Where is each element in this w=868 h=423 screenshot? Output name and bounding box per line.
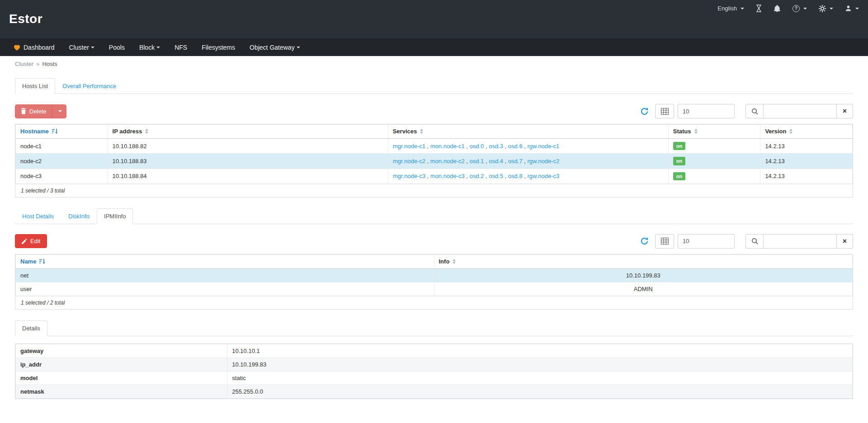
language-selector[interactable]: English — [717, 5, 744, 12]
services-separator: , — [503, 158, 508, 164]
tab-host-details[interactable]: Host Details — [15, 208, 61, 224]
user-menu[interactable] — [845, 5, 859, 12]
ipmi-row-user[interactable]: userADMIN — [16, 282, 853, 296]
service-link-mgr.node-c3[interactable]: mgr.node-c3 — [393, 173, 425, 179]
service-link-osd.0[interactable]: osd.0 — [470, 143, 484, 150]
sort-active-icon — [52, 128, 57, 135]
nav-item-filesystems[interactable]: Filesystems — [194, 38, 242, 56]
column-header-info[interactable]: Info — [434, 254, 853, 268]
service-link-osd.2[interactable]: osd.2 — [470, 173, 484, 179]
version-cell: 14.2.13 — [760, 154, 853, 169]
nav-item-pools[interactable]: Pools — [102, 38, 132, 56]
refresh-button[interactable] — [640, 237, 649, 245]
services-separator: , — [425, 173, 430, 179]
tab-overall-performance[interactable]: Overall Performance — [55, 78, 123, 94]
edit-button-label: Edit — [30, 238, 40, 244]
column-toggle-button[interactable] — [655, 234, 674, 249]
service-link-osd.4[interactable]: osd.4 — [489, 158, 503, 164]
delete-button-label: Delete — [29, 108, 47, 115]
column-header-hostname[interactable]: Hostname — [16, 125, 108, 139]
page-size-input[interactable] — [678, 234, 735, 249]
tab-details[interactable]: Details — [15, 320, 47, 336]
delete-dropdown-toggle[interactable] — [52, 105, 66, 118]
services-separator: , — [503, 173, 508, 179]
hosts-table: HostnameIP addressServicesStatusVersion … — [15, 124, 853, 197]
search-input[interactable] — [764, 234, 837, 249]
column-toggle-button[interactable] — [655, 104, 674, 118]
service-link-mgr.node-c2[interactable]: mgr.node-c2 — [393, 158, 425, 164]
service-link-rgw.node-c1[interactable]: rgw.node-c1 — [528, 143, 560, 150]
clear-search-button[interactable]: × — [837, 104, 853, 118]
sort-icon — [453, 258, 456, 265]
clear-search-button[interactable]: × — [837, 234, 853, 249]
service-link-mon.node-c3[interactable]: mon.node-c3 — [430, 173, 465, 179]
column-label: Name — [20, 258, 36, 265]
search-group: × — [745, 104, 853, 118]
search-input[interactable] — [764, 104, 837, 118]
service-link-osd.8[interactable]: osd.8 — [508, 173, 523, 179]
main-nav: DashboardClusterPoolsBlockNFSFilesystems… — [0, 38, 868, 56]
nav-item-object-gateway[interactable]: Object Gateway — [242, 38, 307, 56]
service-link-osd.3[interactable]: osd.3 — [489, 143, 503, 150]
caret-down-icon — [855, 8, 859, 9]
service-link-mgr.node-c1[interactable]: mgr.node-c1 — [393, 143, 425, 150]
column-header-status[interactable]: Status — [668, 125, 760, 139]
page-size-input[interactable] — [678, 104, 735, 118]
column-header-version[interactable]: Version — [760, 125, 853, 139]
column-label: Info — [439, 258, 450, 265]
breadcrumb-parent[interactable]: Cluster — [15, 61, 33, 67]
service-link-osd.1[interactable]: osd.1 — [470, 158, 484, 164]
brand-logo[interactable]: Estor — [9, 12, 42, 26]
host-row-node-c3[interactable]: node-c310.10.188.84mgr.node-c3 , mon.nod… — [16, 169, 853, 183]
tasks-button[interactable] — [756, 5, 762, 12]
refresh-button[interactable] — [640, 107, 649, 116]
service-link-mon.node-c1[interactable]: mon.node-c1 — [430, 143, 465, 150]
host-row-node-c2[interactable]: node-c210.10.188.83mgr.node-c2 , mon.nod… — [16, 154, 853, 169]
services-cell: mgr.node-c1 , mon.node-c1 , osd.0 , osd.… — [388, 139, 668, 154]
column-header-name[interactable]: Name — [16, 254, 434, 268]
user-icon — [845, 5, 852, 12]
caret-down-icon — [58, 110, 62, 112]
info-cell: 10.10.199.83 — [434, 269, 853, 282]
tab-hosts-list[interactable]: Hosts List — [15, 78, 55, 94]
notifications-button[interactable] — [774, 5, 781, 12]
nav-item-dashboard[interactable]: Dashboard — [6, 38, 62, 56]
column-header-ip-address[interactable]: IP address — [108, 125, 388, 139]
nav-item-nfs[interactable]: NFS — [167, 38, 194, 56]
caret-down-icon — [830, 8, 833, 9]
caret-down-icon — [741, 8, 744, 9]
service-link-osd.5[interactable]: osd.5 — [489, 173, 503, 179]
page: Estor English ? — [0, 0, 868, 399]
service-link-mon.node-c2[interactable]: mon.node-c2 — [430, 158, 465, 164]
service-link-rgw.node-c2[interactable]: rgw.node-c2 — [528, 158, 560, 164]
main-tabs: Hosts ListOverall Performance — [15, 78, 853, 94]
detail-value: 10.10.199.83 — [227, 358, 853, 371]
service-link-osd.7[interactable]: osd.7 — [508, 158, 523, 164]
host-row-node-c1[interactable]: node-c110.10.188.82mgr.node-c1 , mon.nod… — [16, 139, 853, 154]
delete-button[interactable]: Delete — [15, 104, 66, 118]
ipmi-table-controls: × — [640, 234, 853, 249]
service-link-rgw.node-c3[interactable]: rgw.node-c3 — [528, 173, 560, 179]
version-cell: 14.2.13 — [760, 169, 853, 183]
settings-menu[interactable] — [819, 5, 833, 12]
bell-icon — [774, 5, 781, 12]
tab-diskinfo[interactable]: DiskInfo — [61, 208, 97, 224]
info-cell: ADMIN — [434, 282, 853, 296]
dashboard-icon — [14, 44, 20, 51]
tab-ipmiinfo[interactable]: IPMIInfo — [97, 208, 133, 224]
sort-icon — [694, 128, 698, 135]
help-menu[interactable]: ? — [793, 5, 807, 12]
nav-item-cluster[interactable]: Cluster — [62, 38, 102, 56]
service-link-osd.6[interactable]: osd.6 — [508, 143, 523, 150]
ipmi-row-net[interactable]: net10.10.199.83 — [16, 269, 853, 282]
details-table: gateway10.10.10.1ip_addr10.10.199.83mode… — [15, 343, 853, 399]
hostname-cell: node-c1 — [16, 139, 108, 154]
breadcrumb-current: Hosts — [42, 61, 57, 67]
nav-item-block[interactable]: Block — [132, 38, 167, 56]
ipmi-table: NameInfo net10.10.199.83userADMIN 1 sele… — [15, 254, 853, 310]
caret-down-icon — [91, 47, 94, 48]
detail-key: ip_addr — [16, 358, 227, 371]
column-header-services[interactable]: Services — [388, 125, 668, 139]
edit-button[interactable]: Edit — [15, 234, 47, 248]
language-label: English — [717, 5, 737, 12]
